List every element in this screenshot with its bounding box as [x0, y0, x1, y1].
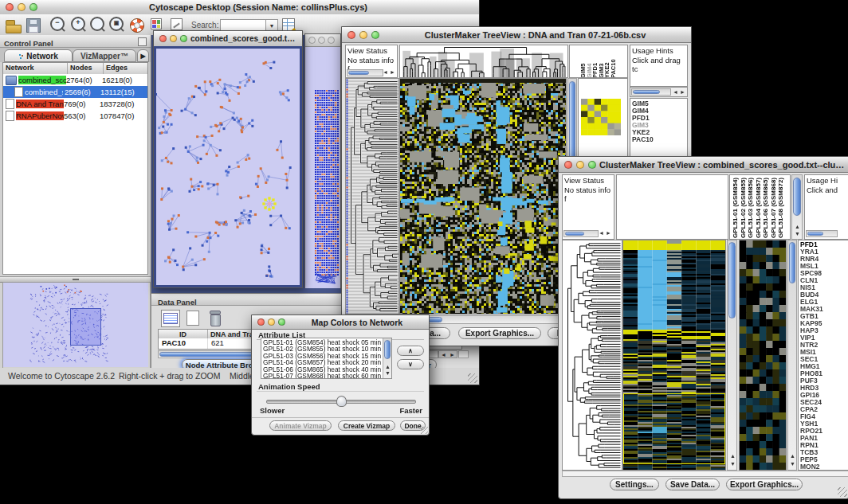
tv2-gene-label[interactable]: GTB1: [800, 313, 848, 320]
minimize-button[interactable]: [268, 318, 275, 326]
tv2-column-label[interactable]: GPL51-02 (GSM855): [740, 176, 748, 238]
tv1-gene-label[interactable]: PAC10: [632, 136, 687, 143]
tv2-gene-label[interactable]: KAP95: [800, 320, 848, 327]
zoom-button[interactable]: [328, 37, 335, 44]
scroll-right-arrow[interactable]: ►: [390, 68, 395, 76]
tv2-column-label[interactable]: GPL51-03 (GSM856): [748, 176, 756, 238]
birds-eye-view[interactable]: [2, 282, 151, 369]
tv2-gene-label[interactable]: YSH1: [800, 420, 848, 428]
tv2-gene-label[interactable]: HAP3: [800, 327, 848, 334]
zoom-button[interactable]: [278, 318, 285, 326]
tv2-gene-label[interactable]: TCB3: [800, 449, 848, 456]
network-table-row[interactable]: RNAPuberNov2+563(0)107847(0): [3, 110, 147, 122]
tv2-gene-label[interactable]: MAK31: [800, 306, 848, 313]
tv1-zoom-heatmap[interactable]: [581, 99, 621, 135]
main-window-controls[interactable]: [6, 3, 37, 11]
attribute-list-item[interactable]: GPL51-01 (GSM854) heat shock 05 min: [263, 339, 390, 346]
tv2-heatmap-vscroll[interactable]: ▲ ▼: [727, 240, 737, 471]
tv1-column-label[interactable]: GIM4: [587, 46, 593, 78]
attribute-list-item[interactable]: GPL51-03 (GSM856) heat shock 15 min: [263, 353, 390, 359]
tv1-gene-label[interactable]: YKE2: [632, 129, 687, 136]
hscroll-arrows[interactable]: ◄►: [438, 350, 457, 358]
tv1-gene-label[interactable]: GIM5: [632, 100, 687, 107]
tv2-gene-label[interactable]: MSL1: [800, 263, 848, 270]
zoom-fit-icon[interactable]: ▣: [109, 17, 125, 33]
tv1-column-dendrogram[interactable]: [399, 45, 568, 78]
save-icon[interactable]: [26, 17, 42, 33]
attribute-listbox[interactable]: GPL51-01 (GSM854) heat shock 05 minGPL51…: [261, 338, 392, 379]
tv2-gene-label[interactable]: SEC1: [800, 356, 848, 363]
tv2-gene-label[interactable]: GPI16: [800, 392, 848, 399]
attribute-list-vscroll[interactable]: ▲ ▼: [383, 338, 391, 378]
network-table-row[interactable]: combined_sco2569(6)13112(15): [3, 86, 147, 98]
col-header-nodes[interactable]: Nodes: [68, 63, 104, 74]
minimize-button[interactable]: [359, 31, 367, 39]
tv1-hints-hscroll[interactable]: [631, 88, 671, 96]
tv2-button-settings[interactable]: Settings...: [610, 479, 659, 490]
delete-attr-icon[interactable]: [207, 310, 223, 326]
tv2-gene-label[interactable]: FIG4: [800, 413, 848, 420]
dialog-resize-grip[interactable]: [421, 427, 428, 434]
tv2-column-label[interactable]: GPL51-06 (GSM865): [763, 176, 771, 238]
scroll-right-arrow[interactable]: ►: [606, 229, 611, 237]
tv2-gene-label[interactable]: HMG1: [800, 363, 848, 370]
tv1-button-export-graphics[interactable]: Export Graphics...: [458, 327, 541, 339]
tab-vizmapper[interactable]: VizMapper™: [73, 49, 136, 62]
tv2-gene-label[interactable]: RNR4: [800, 256, 848, 263]
tv1-row-dendrogram[interactable]: [345, 78, 399, 315]
tv2-gene-label[interactable]: HRD3: [800, 385, 848, 392]
tv2-gene-label[interactable]: PUF3: [800, 377, 848, 385]
tv1-status-hscroll[interactable]: [347, 69, 383, 76]
tv2-gene-label[interactable]: SEC24: [800, 399, 848, 406]
tv2-gene-label[interactable]: CPA2: [800, 406, 848, 413]
tab-network[interactable]: Network: [4, 49, 73, 62]
tv2-gene-label[interactable]: ELG1: [800, 299, 848, 306]
minimize-button[interactable]: [318, 37, 325, 44]
scroll-down-arrow[interactable]: ▼: [790, 460, 795, 468]
tv2-hints-hscroll[interactable]: [806, 230, 838, 237]
main-resize-grip[interactable]: [468, 373, 477, 383]
tv2-gene-label[interactable]: NTR2: [800, 342, 848, 349]
help-lifering-icon[interactable]: [130, 17, 146, 33]
close-button[interactable]: [159, 35, 167, 42]
tab-overflow-arrow[interactable]: ▶: [137, 49, 149, 62]
tv2-status-hscroll[interactable]: [563, 230, 599, 237]
tv2-column-label[interactable]: GPL51-07 (GSM868): [771, 176, 779, 238]
scroll-up-arrow[interactable]: ▲: [730, 452, 736, 460]
tv1-column-label[interactable]: PFD1: [592, 46, 599, 78]
main-titlebar[interactable]: Cytoscape Desktop (Session Name: collins…: [0, 0, 479, 15]
slider-thumb[interactable]: [336, 396, 347, 407]
tv2-genes-vscroll[interactable]: ▲ ▼: [787, 240, 797, 471]
zoom-button[interactable]: [180, 35, 187, 42]
animate-vizmap-button[interactable]: Animate Vizmap: [269, 420, 332, 431]
zoom-button[interactable]: [371, 31, 379, 39]
scroll-left-arrow[interactable]: ◄: [383, 68, 388, 76]
tv1-column-label[interactable]: GIM3: [599, 46, 605, 78]
scroll-down-arrow[interactable]: ▼: [385, 369, 391, 377]
attr-col-id[interactable]: ID: [159, 330, 208, 338]
tv1-column-label[interactable]: GIM5: [580, 46, 587, 78]
attribute-list-item[interactable]: GPL51-04 (GSM857) heat shock 20 min: [263, 359, 390, 365]
speed-slider[interactable]: [266, 396, 414, 405]
tv2-column-label[interactable]: GPL51-01 (GSM854): [732, 176, 740, 238]
tv1-heatmap[interactable]: [399, 78, 567, 315]
col-header-network[interactable]: Network: [3, 63, 68, 74]
col-header-edges[interactable]: Edges: [104, 63, 147, 74]
tv1-gene-label[interactable]: GIM3: [632, 122, 687, 129]
tv2-resize-grip[interactable]: [838, 487, 847, 497]
move-up-button[interactable]: ∧: [397, 346, 424, 356]
zoom-button[interactable]: [29, 3, 37, 11]
zoom-button[interactable]: [588, 161, 596, 169]
tv2-column-label[interactable]: GPL51-04 (GSM857): [756, 176, 764, 238]
tv2-gene-label[interactable]: CLN1: [800, 277, 848, 284]
attribute-list-item[interactable]: GPL51-07 (GSM868) heat shock 60 min: [263, 373, 390, 379]
scroll-left-arrow[interactable]: ◄: [599, 229, 604, 237]
tv2-column-label[interactable]: GPL51-08 (GSM872): [778, 176, 786, 238]
tv2-gene-label[interactable]: PHO81: [800, 370, 848, 377]
tv2-gene-label[interactable]: SPC98: [800, 270, 848, 277]
scroll-left-arrow[interactable]: ◄: [673, 88, 678, 96]
tv1-gene-label[interactable]: PFD1: [632, 115, 687, 122]
close-button[interactable]: [564, 161, 572, 169]
scroll-down-arrow[interactable]: ▼: [795, 230, 800, 238]
tv1-column-label[interactable]: PAC10: [610, 46, 617, 78]
